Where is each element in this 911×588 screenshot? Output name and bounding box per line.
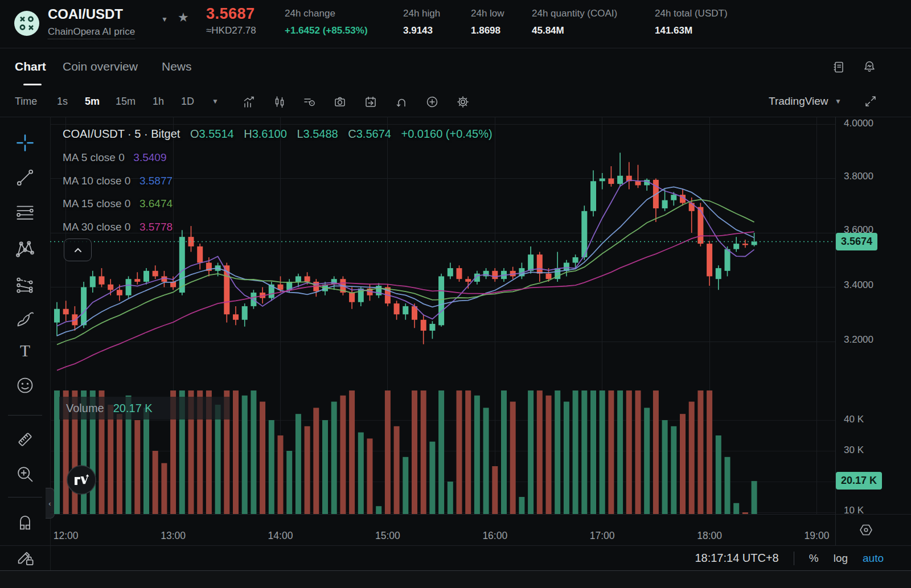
ma5-value: 3.5409: [133, 151, 166, 163]
candlestick-style-icon[interactable]: [273, 96, 286, 108]
ma10-label: MA 10 close 0: [63, 175, 130, 187]
price-axis[interactable]: 4.0000 3.8000 3.6000 3.4000 3.2000 40 K …: [836, 117, 911, 514]
drawing-toolbar: T: [0, 117, 51, 570]
interval-5m[interactable]: 5m: [85, 96, 100, 108]
ma5-label: MA 5 close 0: [63, 151, 125, 163]
ma5-row: MA 5 close 0 3.5409: [63, 151, 166, 164]
interval-15m[interactable]: 15m: [116, 96, 136, 108]
crosshair-icon[interactable]: [15, 133, 35, 153]
price-tick: 3.8000: [844, 171, 873, 182]
favorite-star-icon[interactable]: ★: [178, 10, 189, 25]
volume-tick: 40 K: [844, 414, 864, 425]
compare-add-icon[interactable]: [426, 96, 438, 108]
pair-title: COAI/USDT: [48, 6, 123, 22]
ma30-row: MA 30 close 0 3.5778: [63, 220, 173, 233]
settings-gear-icon[interactable]: [457, 96, 469, 108]
calendar-icon[interactable]: [364, 96, 377, 108]
trading-app: COAI/USDT ChainOpera AI price ▼ ★ 3.5687…: [0, 0, 911, 588]
tab-news[interactable]: News: [162, 60, 192, 73]
ma10-value: 3.5877: [139, 175, 173, 187]
bottom-strip: [0, 570, 911, 588]
magnet-icon[interactable]: [15, 512, 35, 532]
tradingview-caret[interactable]: ▼: [835, 97, 842, 105]
volume-label: Volume: [66, 402, 104, 415]
stat-value: 141.63M: [655, 25, 728, 36]
interval-1h[interactable]: 1h: [153, 96, 164, 108]
interval-time[interactable]: Time: [15, 96, 37, 108]
price-tick: 3.4000: [844, 279, 873, 291]
stat-quantity: 24h quantity (COAI) 45.84M: [532, 8, 617, 36]
change-value: +0.0160 (+0.45%): [401, 128, 492, 140]
collapse-ma-panel-button[interactable]: [64, 239, 92, 261]
trend-line-icon[interactable]: [15, 168, 35, 187]
stat-label: 24h quantity (COAI): [532, 8, 617, 19]
stat-low: 24h low 1.8698: [471, 8, 504, 36]
low-label: L: [297, 128, 303, 140]
ma30-value: 3.5778: [139, 221, 173, 233]
tab-active-underline: [23, 84, 42, 85]
text-tool-icon[interactable]: T: [15, 342, 35, 361]
last-price-tag: 3.5674: [836, 233, 877, 250]
clock[interactable]: 18:17:14 UTC+8: [695, 552, 778, 565]
svg-text:T: T: [20, 342, 30, 360]
auto-scale-button[interactable]: auto: [863, 552, 884, 565]
snapshot-camera-icon[interactable]: [334, 96, 346, 108]
forecast-tool-icon[interactable]: [15, 275, 35, 294]
ma15-value: 3.6474: [139, 198, 173, 209]
fullscreen-icon[interactable]: [864, 95, 877, 108]
tradingview-logo[interactable]: [67, 465, 96, 497]
chart-legend: COAI/USDT · 5 · Bitget O3.5514 H3.6100 L…: [63, 128, 493, 141]
ma30-label: MA 30 close 0: [63, 221, 130, 233]
alert-bell-icon[interactable]: [863, 60, 876, 73]
stat-value: +1.6452 (+85.53%): [285, 25, 368, 36]
stat-change: 24h change +1.6452 (+85.53%): [285, 8, 368, 36]
last-price: 3.5687: [206, 5, 255, 23]
stat-label: 24h change: [285, 8, 368, 19]
fiat-price: ≈HKD27.78: [206, 25, 256, 36]
brush-icon[interactable]: [15, 309, 35, 328]
close-label: C: [348, 128, 356, 140]
zoom-in-icon[interactable]: [15, 464, 35, 484]
replay-icon[interactable]: [395, 96, 408, 108]
indicators-icon[interactable]: [303, 96, 315, 108]
volume-legend: Volume 20.17 K: [59, 397, 230, 420]
price-tick: 4.0000: [844, 118, 873, 129]
stat-value: 45.84M: [532, 25, 617, 36]
fib-retracement-icon[interactable]: [15, 203, 35, 223]
tradingview-attribution[interactable]: TradingView: [769, 95, 828, 108]
last-volume-tag: 20.17 K: [836, 472, 882, 490]
log-scale-button[interactable]: log: [834, 552, 848, 565]
stat-label: 24h total (USDT): [655, 8, 728, 19]
xabcd-pattern-icon[interactable]: [15, 239, 35, 258]
ma15-row: MA 15 close 0 3.6474: [63, 197, 173, 210]
axis-settings-icon[interactable]: [859, 523, 873, 540]
pair-dropdown-caret[interactable]: ▼: [161, 15, 168, 23]
volume-tick: 30 K: [844, 445, 864, 456]
stat-value: 3.9143: [403, 25, 440, 36]
journal-icon[interactable]: [832, 61, 845, 73]
volume-value: 20.17 K: [113, 402, 153, 415]
high-label: H: [244, 128, 252, 140]
open-label: O: [190, 128, 199, 140]
volume-tick: 10 K: [844, 505, 864, 516]
interval-1d[interactable]: 1D: [181, 96, 194, 108]
coin-logo: [14, 10, 40, 39]
line-chart-icon[interactable]: [243, 96, 255, 108]
high-value: 3.6100: [252, 128, 287, 140]
pair-subtitle: ChainOpera AI price: [48, 26, 135, 39]
emoji-tool-icon[interactable]: [15, 376, 35, 395]
ruler-measure-icon[interactable]: [15, 430, 35, 449]
stat-value: 1.8698: [471, 25, 504, 36]
tab-chart[interactable]: Chart: [15, 60, 46, 73]
interval-1s[interactable]: 1s: [57, 96, 68, 108]
percent-scale-button[interactable]: %: [809, 552, 819, 565]
close-value: 3.5674: [356, 128, 391, 140]
ma10-row: MA 10 close 0 3.5877: [63, 174, 173, 187]
open-value: 3.5514: [199, 128, 233, 140]
header: COAI/USDT ChainOpera AI price ▼ ★ 3.5687…: [0, 0, 911, 48]
tab-coin-overview[interactable]: Coin overview: [63, 60, 138, 73]
interval-dropdown-caret[interactable]: ▼: [212, 97, 219, 105]
low-value: 3.5488: [303, 128, 338, 140]
stat-label: 24h low: [471, 8, 504, 19]
time-axis[interactable]: [50, 515, 835, 545]
